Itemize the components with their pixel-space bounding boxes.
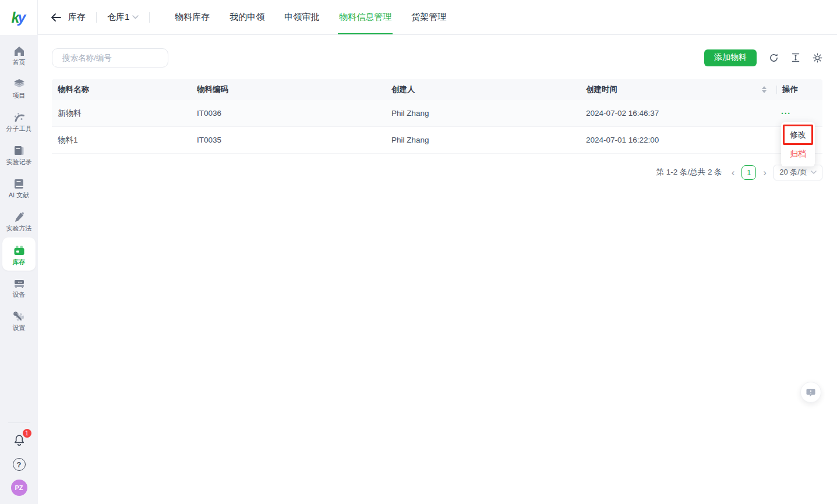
- toolbar-actions: 添加物料: [704, 49, 822, 66]
- sidebar-item-label: 设置: [13, 325, 26, 331]
- back-button[interactable]: [51, 13, 61, 22]
- cell-name: 物料1: [52, 127, 191, 153]
- column-header-actions: 操作: [771, 79, 822, 100]
- sidebar-item-label: 实验记录: [6, 159, 32, 165]
- table-row[interactable]: 物料1 IT0035 Phil Zhang 2024-07-01 16:22:0…: [52, 127, 822, 154]
- tab-label: 物料信息管理: [339, 12, 391, 23]
- prev-page-button[interactable]: ‹: [730, 168, 736, 178]
- warehouse-selector-label: 仓库1: [107, 12, 129, 23]
- app-root: k y 首页 项目 分子工具 实验记录 AI 文献: [0, 0, 837, 504]
- back-arrow-icon: [51, 13, 61, 22]
- user-avatar[interactable]: PZ: [11, 480, 27, 496]
- column-header-code: 物料编码: [191, 79, 386, 100]
- help-button[interactable]: ?: [13, 458, 26, 471]
- feedback-button[interactable]: [800, 382, 821, 403]
- tab-my-requisitions[interactable]: 我的申领: [220, 0, 274, 34]
- tab-label: 我的申领: [229, 12, 264, 23]
- sidebar-item-experiment-records[interactable]: 实验记录: [0, 138, 38, 171]
- sidebar-item-settings[interactable]: 设置: [0, 304, 38, 337]
- app-logo[interactable]: k y: [0, 0, 38, 35]
- menu-item-edit[interactable]: 修改: [785, 126, 811, 143]
- layers-icon: [13, 78, 26, 91]
- column-header-label: 物料名称: [58, 84, 89, 95]
- search-input[interactable]: [62, 54, 165, 62]
- cell-created-at: 2024-07-01 16:22:00: [580, 127, 771, 153]
- sidebar-item-projects[interactable]: 项目: [0, 72, 38, 105]
- pagination: 第 1-2 条/总共 2 条 ‹ 1 › 20 条/页: [656, 165, 822, 180]
- next-page-button[interactable]: ›: [762, 168, 768, 178]
- column-header-created-at: 创建时间: [580, 79, 771, 100]
- row-height-button[interactable]: [791, 53, 800, 62]
- refresh-button[interactable]: [769, 53, 779, 63]
- topbar-divider: [96, 12, 97, 23]
- logo-letter-k: k: [12, 9, 18, 26]
- sidebar-item-experiment-methods[interactable]: 实验方法: [0, 204, 38, 237]
- sidebar-item-ai-literature[interactable]: AI 文献: [0, 171, 38, 204]
- chat-icon: [806, 388, 816, 397]
- sidebar-item-molecule-tools[interactable]: 分子工具: [0, 105, 38, 138]
- sidebar-item-inventory[interactable]: 库存: [2, 237, 36, 271]
- sidebar-item-label: 首页: [13, 59, 26, 66]
- column-header-name: 物料名称: [52, 79, 191, 100]
- sort-asc-icon: [762, 86, 767, 89]
- materials-table: 物料名称 物料编码 创建人 创建时间 操作 新物料 IT0036 Phil Zh…: [52, 79, 822, 154]
- chevron-down-icon: [132, 15, 139, 19]
- sort-desc-icon: [762, 90, 767, 93]
- column-header-label: 创建人: [391, 84, 415, 95]
- gear-icon: [813, 53, 822, 63]
- topbar: 库存 仓库1 物料库存 我的申领 申领审批 物料信息管理 货架管理: [38, 0, 837, 35]
- row-height-icon: [791, 53, 800, 62]
- column-header-creator: 创建人: [386, 79, 580, 100]
- notification-badge: 1: [23, 429, 31, 438]
- table-row[interactable]: 新物料 IT0036 Phil Zhang 2024-07-02 16:46:3…: [52, 100, 822, 127]
- wrench-gear-icon: [13, 310, 26, 323]
- cell-name: 新物料: [52, 100, 191, 126]
- menu-item-archive[interactable]: 归档: [781, 145, 815, 163]
- search-box[interactable]: [52, 48, 168, 68]
- sidebar-item-home[interactable]: 首页: [0, 38, 38, 72]
- pagination-summary: 第 1-2 条/总共 2 条: [656, 167, 722, 178]
- tab-material-info-management[interactable]: 物料信息管理: [329, 0, 401, 34]
- cell-created-at: 2024-07-02 16:46:37: [580, 100, 771, 126]
- tab-requisition-approval[interactable]: 申领审批: [274, 0, 329, 34]
- page-size-select[interactable]: 20 条/页: [774, 165, 822, 180]
- warehouse-selector[interactable]: 仓库1: [107, 12, 139, 23]
- book-icon: [13, 178, 26, 190]
- header-column-divider: [776, 86, 777, 94]
- sidebar-divider: [8, 423, 30, 423]
- page-1-button[interactable]: 1: [741, 165, 756, 180]
- tab-label: 申领审批: [284, 12, 319, 23]
- sort-control[interactable]: [762, 86, 767, 93]
- column-header-label: 操作: [782, 84, 798, 95]
- add-material-button[interactable]: 添加物料: [704, 49, 757, 66]
- tab-label: 货架管理: [411, 12, 446, 23]
- sidebar-item-label: 库存: [13, 259, 26, 265]
- sidebar-item-label: AI 文献: [9, 192, 29, 198]
- chevron-down-icon: [811, 171, 817, 174]
- notifications-button[interactable]: 1: [12, 433, 26, 449]
- row-actions-menu: 修改 归档: [781, 122, 815, 166]
- logo-letter-y: y: [18, 9, 26, 26]
- cell-code: IT0035: [191, 127, 386, 153]
- cell-creator: Phil Zhang: [386, 127, 580, 153]
- cell-creator: Phil Zhang: [386, 100, 580, 126]
- home-icon: [13, 45, 26, 58]
- molecule-icon: [13, 111, 26, 124]
- row-actions-ellipsis[interactable]: ···: [781, 109, 791, 118]
- sidebar-item-equipment[interactable]: 设备: [0, 271, 38, 304]
- sidebar-item-label: 实验方法: [6, 225, 32, 232]
- notebook-icon: [13, 144, 26, 157]
- table-header-row: 物料名称 物料编码 创建人 创建时间 操作: [52, 79, 822, 100]
- sidebar-item-label: 设备: [13, 292, 26, 298]
- sidebar: k y 首页 项目 分子工具 实验记录 AI 文献: [0, 0, 38, 504]
- table-settings-button[interactable]: [813, 53, 822, 63]
- tab-shelf-management[interactable]: 货架管理: [401, 0, 456, 34]
- tab-material-stock[interactable]: 物料库存: [165, 0, 220, 34]
- cell-code: IT0036: [191, 100, 386, 126]
- pen-icon: [13, 211, 26, 223]
- annotation-highlight-box: 修改: [783, 125, 813, 145]
- refresh-icon: [769, 53, 779, 63]
- tab-label: 物料库存: [175, 12, 210, 23]
- page-title: 库存: [68, 12, 86, 23]
- column-header-label: 物料编码: [197, 84, 228, 95]
